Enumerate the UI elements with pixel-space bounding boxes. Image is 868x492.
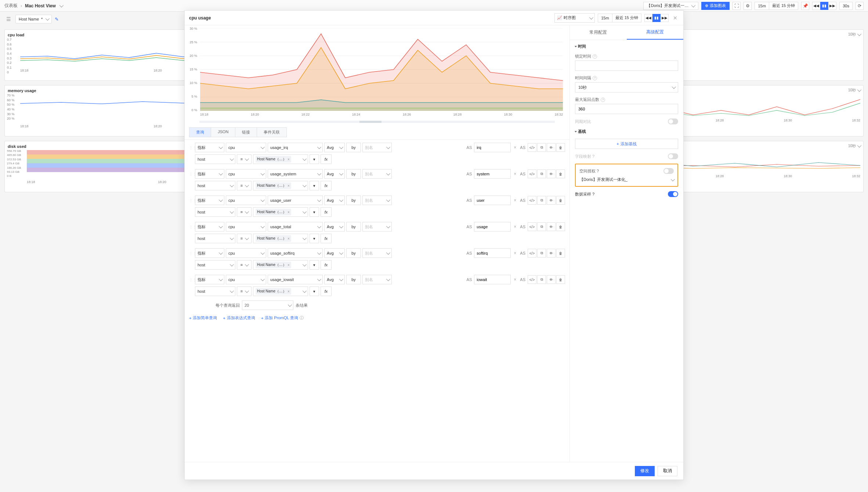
- edit-icon[interactable]: ✎: [55, 17, 59, 22]
- help-icon[interactable]: ?: [597, 169, 599, 173]
- step-forward-button[interactable]: ▶▶: [661, 14, 669, 22]
- code-icon[interactable]: </>: [528, 143, 536, 152]
- query-row: ⋮⋮指标cpuusage_irqAvgby别名AS×AS</>⧉👁🗑host=H…: [189, 143, 565, 164]
- tab-query[interactable]: 查询: [189, 127, 211, 137]
- filter-icon[interactable]: ▾: [310, 181, 319, 190]
- fx-button[interactable]: fx: [321, 181, 332, 190]
- chevron-down-icon[interactable]: [59, 3, 64, 7]
- help-icon[interactable]: ?: [592, 154, 594, 158]
- host-name-chip[interactable]: Host Name（…） ×: [256, 156, 291, 163]
- chart-type-selector[interactable]: 📈 时序图: [554, 13, 595, 23]
- breadcrumb-current[interactable]: Mac Host View: [25, 3, 56, 8]
- tab-advanced-config[interactable]: 高级配置: [627, 25, 684, 40]
- by-selector[interactable]: by: [346, 169, 361, 179]
- time-range-long[interactable]: 最近 15 分钟: [769, 2, 798, 10]
- metric-type-selector[interactable]: 指标: [195, 169, 224, 179]
- visibility-icon[interactable]: 👁: [547, 170, 556, 178]
- modal-tr-short[interactable]: 15m: [598, 14, 612, 22]
- filter-tag-selector[interactable]: host: [195, 154, 235, 164]
- tab-link[interactable]: 链接: [235, 127, 257, 137]
- as-label: AS: [466, 172, 473, 176]
- groupby-input[interactable]: 别名: [362, 143, 392, 152]
- step-back-button[interactable]: ◀◀: [812, 2, 820, 10]
- code-icon[interactable]: </>: [528, 170, 536, 178]
- aggregation-selector[interactable]: Avg: [324, 143, 345, 152]
- help-icon[interactable]: ?: [593, 54, 597, 59]
- switch-on[interactable]: [668, 191, 678, 195]
- refresh-icon[interactable]: ⟳: [856, 2, 864, 10]
- lock-time-input[interactable]: [575, 61, 678, 71]
- modal-playback: ◀◀ ▮▮ ▶▶: [644, 14, 669, 22]
- space-auth-toggle: 空间授权 ?: [579, 168, 674, 174]
- switch-off[interactable]: [668, 153, 678, 159]
- switch-off[interactable]: [668, 119, 678, 124]
- filter-op-selector[interactable]: =: [237, 181, 252, 190]
- filter-icon[interactable]: ▾: [310, 154, 319, 164]
- metric-type-selector[interactable]: 指标: [195, 143, 224, 152]
- close-icon[interactable]: ✕: [672, 14, 679, 22]
- step-forward-button[interactable]: ▶▶: [828, 2, 836, 10]
- add-chart-label: 添加图表: [710, 3, 726, 8]
- source-selector[interactable]: cpu: [226, 143, 266, 152]
- add-baseline-button[interactable]: 添加基线: [575, 139, 678, 149]
- refresh-interval-selector[interactable]: 30s: [839, 2, 853, 10]
- host-name-chip[interactable]: Host Name（…） ×: [256, 182, 291, 189]
- remove-chip-icon[interactable]: ×: [287, 157, 290, 161]
- environment-selector[interactable]: 【Doris】开发测试一…: [643, 2, 698, 10]
- fx-button[interactable]: fx: [321, 154, 332, 164]
- plus-icon: ⊕: [705, 3, 708, 8]
- copy-icon[interactable]: ⧉: [537, 143, 546, 152]
- alias-input[interactable]: [474, 143, 511, 152]
- delete-icon[interactable]: 🗑: [556, 170, 565, 178]
- space-auth-selector[interactable]: 【Doris】开发测试一体化_: [579, 177, 674, 182]
- pause-button[interactable]: ▮▮: [820, 2, 828, 10]
- step-back-button[interactable]: ◀◀: [644, 14, 652, 22]
- help-icon[interactable]: ?: [592, 192, 594, 196]
- field-selector[interactable]: usage_system: [268, 169, 323, 179]
- aggregation-selector[interactable]: Avg: [324, 169, 345, 179]
- alias-input[interactable]: [474, 169, 511, 179]
- visibility-icon[interactable]: 👁: [547, 143, 556, 152]
- tab-common-config[interactable]: 常用配置: [570, 25, 627, 40]
- help-icon[interactable]: ?: [601, 98, 605, 102]
- modal-tr-long[interactable]: 最近 15 分钟: [612, 14, 641, 22]
- modal-time-range[interactable]: 15m 最近 15 分钟: [598, 14, 641, 22]
- expand-icon[interactable]: ⛶: [733, 2, 741, 10]
- environment-selector-label: 【Doris】开发测试一…: [647, 3, 688, 8]
- interval-selector[interactable]: 10秒: [575, 82, 678, 92]
- field-selector[interactable]: usage_irq: [268, 143, 323, 152]
- drag-handle[interactable]: ⋮⋮: [189, 146, 194, 150]
- switch-off[interactable]: [663, 168, 674, 174]
- group-time[interactable]: 时间: [575, 44, 678, 49]
- gear-icon[interactable]: ⚙: [744, 2, 752, 10]
- groupby-input[interactable]: 别名: [362, 169, 392, 179]
- max-points-input[interactable]: [575, 104, 678, 114]
- tab-event[interactable]: 事件关联: [257, 127, 287, 137]
- modal-title: cpu usage: [189, 15, 551, 21]
- filter-op-selector[interactable]: =: [237, 154, 252, 164]
- filter-tag-selector[interactable]: host: [195, 181, 235, 190]
- pause-button[interactable]: ▮▮: [652, 14, 661, 22]
- clear-icon[interactable]: ×: [512, 145, 518, 150]
- help-icon[interactable]: ?: [593, 76, 597, 80]
- add-chart-button[interactable]: ⊕ 添加图表: [701, 2, 730, 10]
- time-range-selector[interactable]: 15m 最近 15 分钟: [755, 2, 798, 10]
- remove-chip-icon[interactable]: ×: [287, 184, 290, 188]
- group-baseline[interactable]: 基线: [575, 129, 678, 134]
- delete-icon[interactable]: 🗑: [556, 143, 565, 152]
- breadcrumb-root[interactable]: 仪表板: [4, 3, 18, 9]
- time-scrubber[interactable]: [199, 121, 555, 123]
- filter-variable[interactable]: Host Name *: [15, 15, 52, 23]
- filter-value-selector[interactable]: Host Name（…） ×: [253, 181, 308, 190]
- pin-icon[interactable]: 📌: [801, 2, 809, 10]
- filter-icon[interactable]: ☰: [4, 15, 12, 23]
- source-selector[interactable]: cpu: [226, 169, 266, 179]
- drag-handle[interactable]: ⋮⋮: [189, 172, 194, 176]
- by-selector[interactable]: by: [346, 143, 361, 152]
- panel-refresh-label: 10秒: [848, 32, 860, 37]
- time-range-short[interactable]: 15m: [755, 2, 769, 10]
- copy-icon[interactable]: ⧉: [537, 170, 546, 178]
- filter-value-selector[interactable]: Host Name（…） ×: [253, 154, 308, 164]
- tab-json[interactable]: JSON: [211, 127, 235, 137]
- clear-icon[interactable]: ×: [512, 171, 518, 176]
